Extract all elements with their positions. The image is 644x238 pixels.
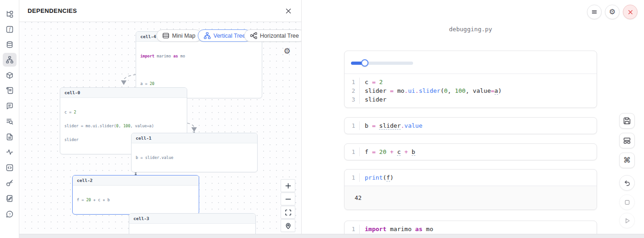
shutdown-button[interactable] — [623, 5, 638, 19]
node-title: cell-1 — [132, 133, 257, 143]
graph-settings-button[interactable]: ⚙ — [282, 46, 292, 56]
key-icon — [6, 179, 13, 187]
notebook-cell[interactable]: 1 2 3 c = 2 slider = mo.ui.slider(0, 100… — [344, 51, 597, 108]
code-line: b = slider.value — [365, 121, 597, 130]
cell-output-area — [345, 51, 597, 74]
sidebar-item-packages[interactable] — [3, 68, 17, 82]
sidebar-item-help[interactable]: ? — [3, 207, 17, 221]
vertical-tree-button[interactable]: Vertical Tree — [198, 29, 251, 42]
sidebar-item-datasources[interactable] — [3, 38, 17, 51]
sidebar-item-logs[interactable] — [3, 84, 17, 97]
code-line: import marimo as mo — [365, 225, 597, 233]
slider-thumb[interactable] — [361, 59, 368, 67]
layout-button[interactable] — [619, 133, 635, 148]
sidebar-item-secrets[interactable] — [3, 176, 17, 190]
fit-view-icon — [285, 209, 292, 216]
line-number: 2 — [345, 86, 359, 95]
horizontal-tree-label: Horizontal Tree — [260, 33, 299, 39]
dependency-graph-icon — [6, 56, 13, 63]
help-icon: ? — [6, 210, 13, 218]
rows-icon — [162, 32, 169, 39]
command-icon: ⌘ — [623, 157, 631, 164]
helper-sidebar: f — [0, 0, 19, 238]
node-code-line: a = 20 — [140, 81, 258, 86]
activity-icon — [6, 148, 13, 156]
stop-icon — [624, 199, 631, 206]
svg-text:f: f — [9, 27, 11, 32]
database-icon — [6, 41, 13, 48]
keyboard-shortcuts-button[interactable]: ⌘ — [619, 153, 635, 168]
fit-view-button[interactable] — [281, 206, 295, 219]
line-number: 1 — [345, 121, 359, 130]
save-button[interactable] — [619, 113, 635, 129]
node-code-line: f = 20 + c + b — [77, 198, 195, 202]
save-icon — [623, 117, 631, 125]
notebook-settings-button[interactable]: ⚙ — [605, 5, 620, 19]
line-number: 1 — [345, 78, 359, 86]
mini-map-button[interactable]: Mini Map — [156, 29, 201, 42]
scroll-icon — [6, 87, 13, 94]
cell-editor[interactable]: 1 2 3 c = 2 slider = mo.ui.slider(0, 100… — [345, 74, 597, 108]
node-code-line: import marimo as mo — [140, 54, 258, 58]
node-code-line: b = slider.value — [136, 155, 253, 160]
graph-zoom-controls — [281, 179, 295, 232]
mini-map-label: Mini Map — [172, 33, 196, 39]
close-panel-button[interactable] — [283, 6, 294, 17]
sidebar-item-file-explorer[interactable] — [3, 7, 17, 21]
line-number: 1 — [345, 173, 359, 182]
sidebar-item-documentation[interactable] — [3, 130, 17, 144]
sidebar-item-chat[interactable] — [3, 99, 17, 113]
node-code-line — [140, 68, 258, 72]
vertical-tree-icon — [204, 32, 211, 39]
cell-editor[interactable]: 1 f = 20 + c + b — [345, 144, 597, 160]
stop-button[interactable] — [619, 194, 635, 210]
locate-node-button[interactable] — [281, 219, 295, 232]
code-line: print(f) — [365, 173, 597, 182]
text-search-icon — [6, 118, 13, 125]
zoom-out-button[interactable] — [281, 193, 295, 205]
zoom-in-button[interactable] — [281, 179, 295, 192]
notebook-cell[interactable]: 1 b = slider.value — [344, 117, 597, 134]
sidebar-item-dependencies[interactable] — [3, 53, 17, 67]
vertical-tree-label: Vertical Tree — [213, 33, 245, 39]
sidebar-item-search[interactable] — [3, 114, 17, 128]
code-line: slider — [365, 95, 597, 104]
map-pin-icon — [285, 222, 292, 229]
sidebar-item-snippets[interactable] — [3, 161, 17, 175]
dependencies-panel-header: DEPENDENCIES — [19, 0, 301, 22]
chat-icon — [6, 102, 13, 110]
dependencies-panel: DEPENDENCIES — [19, 0, 302, 238]
close-icon — [285, 8, 292, 14]
slider-widget[interactable] — [351, 62, 413, 65]
play-icon — [624, 217, 631, 224]
graph-node-cell-2-selected[interactable]: cell-2 f = 20 + c + b — [72, 175, 199, 215]
undo-button[interactable] — [619, 175, 635, 191]
notebook-cell[interactable]: 1 f = 20 + c + b — [344, 143, 597, 160]
sidebar-item-scratchpad[interactable] — [3, 192, 17, 205]
sidebar-item-variables[interactable]: f — [3, 23, 17, 36]
console-output: 42 — [345, 186, 597, 210]
undo-icon — [624, 180, 631, 187]
notebook-cell[interactable]: 1 print(f) 42 — [344, 169, 597, 210]
bottom-scrollbar-strip[interactable] — [19, 234, 644, 238]
notebook-pen-icon — [6, 195, 13, 202]
graph-node-cell-1[interactable]: cell-1 b = slider.value — [131, 133, 258, 172]
gear-icon: ⚙ — [283, 46, 290, 56]
graph-node-cell-3[interactable]: cell-3 print(f) — [129, 213, 256, 234]
code-square-icon — [6, 164, 13, 171]
line-number: 1 — [345, 147, 359, 156]
code-line: c = 2 — [365, 78, 597, 86]
cell-editor[interactable]: 1 print(f) — [345, 170, 597, 186]
gear-icon: ⚙ — [609, 8, 615, 16]
notebook-menu-button[interactable] — [587, 5, 602, 19]
cell-editor[interactable]: 1 b = slider.value — [345, 118, 597, 134]
horizontal-tree-button[interactable]: Horizontal Tree — [244, 29, 301, 42]
line-number: 3 — [345, 95, 359, 104]
document-icon — [6, 133, 13, 141]
sidebar-item-tracing[interactable] — [3, 145, 17, 159]
code-line: f = 20 + c + b — [365, 147, 597, 156]
package-icon — [6, 72, 13, 79]
dependency-graph-canvas[interactable]: cell-4 import marimo as mo a = 20 cell-0… — [19, 22, 301, 234]
function-square-icon: f — [6, 26, 13, 33]
run-button[interactable] — [619, 213, 635, 228]
